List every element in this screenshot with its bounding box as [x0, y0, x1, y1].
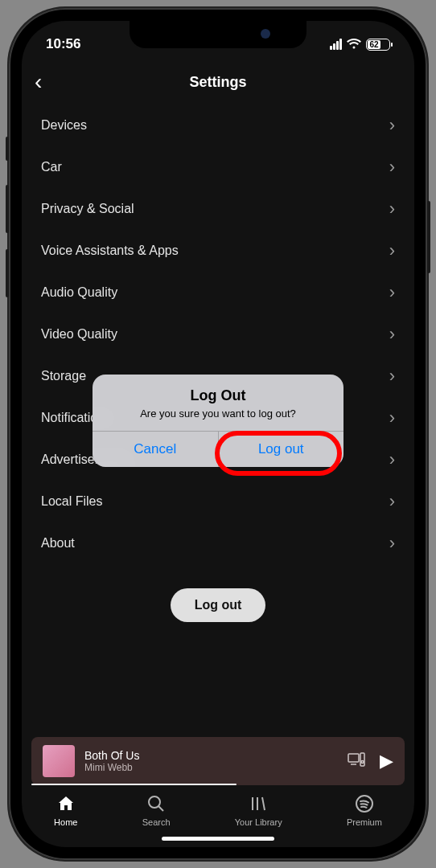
chevron-right-icon: › [389, 449, 395, 470]
volume-up-button [6, 185, 9, 233]
dialog-confirm-button[interactable]: Log out [219, 432, 344, 467]
settings-label: Audio Quality [41, 285, 117, 300]
front-camera [261, 29, 270, 39]
header-bar: ‹ Settings [22, 59, 414, 104]
chevron-right-icon: › [389, 407, 395, 428]
tab-label: Home [54, 817, 77, 827]
song-title: Both Of Us [84, 749, 338, 762]
tab-label: Premium [347, 817, 382, 827]
phone-screen: 10:56 62 ‹ Settings Devices › [22, 21, 414, 847]
svg-line-5 [158, 806, 163, 811]
mute-switch [6, 137, 9, 161]
now-playing-meta: Both Of Us Mimi Webb [84, 749, 338, 773]
logout-dialog: Log Out Are you sure you want to log out… [93, 375, 343, 467]
dialog-title: Log Out [93, 375, 343, 407]
dialog-cancel-button[interactable]: Cancel [93, 432, 219, 467]
notch [130, 21, 306, 48]
status-indicators: 62 [330, 39, 390, 51]
search-icon [146, 793, 166, 814]
wifi-icon [347, 39, 361, 50]
chevron-right-icon: › [389, 533, 395, 554]
play-icon[interactable]: ▶ [380, 751, 393, 772]
tab-label: Your Library [235, 817, 282, 827]
chevron-right-icon: › [389, 199, 395, 219]
battery-percent: 62 [369, 40, 378, 49]
status-time: 10:56 [46, 36, 80, 52]
library-icon [249, 793, 268, 814]
progress-bar [31, 784, 237, 785]
settings-row-local-files[interactable]: Local Files › [41, 481, 395, 522]
home-icon [56, 793, 76, 814]
settings-label: Car [41, 160, 62, 174]
settings-row-voice-assistants[interactable]: Voice Assistants & Apps › [41, 230, 395, 272]
chevron-right-icon: › [389, 324, 395, 345]
svg-point-4 [149, 796, 160, 808]
settings-label: Storage [41, 369, 86, 383]
spotify-icon [355, 793, 374, 814]
tab-label: Search [142, 817, 171, 827]
chevron-right-icon: › [389, 240, 395, 261]
settings-row-about[interactable]: About › [41, 522, 395, 564]
power-button [427, 201, 430, 273]
home-indicator[interactable] [162, 837, 274, 841]
settings-label: Privacy & Social [41, 202, 134, 216]
tab-premium[interactable]: Premium [347, 793, 382, 827]
logout-button[interactable]: Log out [171, 588, 266, 622]
chevron-right-icon: › [389, 491, 395, 512]
settings-row-video-quality[interactable]: Video Quality › [41, 313, 395, 355]
svg-point-3 [361, 760, 364, 763]
logout-wrap: Log out [41, 588, 395, 622]
settings-row-audio-quality[interactable]: Audio Quality › [41, 272, 395, 313]
settings-label: Local Files [41, 494, 102, 509]
tab-library[interactable]: Your Library [235, 793, 282, 827]
tab-home[interactable]: Home [54, 793, 77, 827]
chevron-right-icon: › [389, 115, 395, 136]
album-art [43, 745, 75, 777]
settings-row-car[interactable]: Car › [41, 146, 395, 188]
tab-bar: Home Search Your Library Premium [22, 785, 414, 832]
cellular-signal-icon [330, 39, 342, 50]
chevron-right-icon: › [389, 366, 395, 387]
settings-label: Voice Assistants & Apps [41, 244, 179, 258]
now-playing-bar[interactable]: Both Of Us Mimi Webb ▶ [31, 737, 405, 785]
back-button[interactable]: ‹ [35, 71, 42, 93]
chevron-right-icon: › [389, 157, 395, 178]
phone-frame: 10:56 62 ‹ Settings Devices › [9, 8, 427, 860]
devices-icon[interactable] [348, 752, 365, 771]
chevron-right-icon: › [389, 282, 395, 303]
svg-rect-0 [348, 754, 359, 762]
svg-line-8 [262, 797, 265, 810]
settings-label: Devices [41, 118, 87, 133]
artist-name: Mimi Webb [84, 762, 338, 773]
tab-search[interactable]: Search [142, 793, 171, 827]
settings-row-privacy-social[interactable]: Privacy & Social › [41, 188, 395, 230]
battery-indicator: 62 [366, 39, 390, 51]
settings-row-devices[interactable]: Devices › [41, 104, 395, 146]
settings-label: Video Quality [41, 327, 117, 342]
dialog-message: Are you sure you want to log out? [93, 407, 343, 431]
page-title: Settings [189, 74, 246, 91]
volume-down-button [6, 249, 9, 297]
settings-label: About [41, 536, 75, 551]
svg-rect-2 [360, 753, 364, 766]
